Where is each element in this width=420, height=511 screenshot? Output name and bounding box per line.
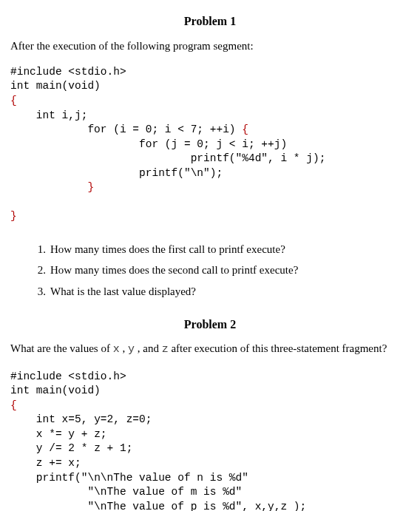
problem2-heading: Problem 2 [10, 317, 410, 333]
code-line: int x=5, y=2, z=0; [10, 413, 410, 427]
code-brace: { [10, 399, 17, 411]
question-number: 2. [31, 263, 46, 277]
document-page: Problem 1 After the execution of the fol… [0, 0, 420, 511]
code-line: printf("\n\nThe value of n is %d" [10, 471, 410, 486]
code-line: z += x; [10, 456, 410, 471]
code-line: printf("%4d", i * j); [10, 152, 410, 166]
code-line: "\nThe value of m is %d" [10, 485, 410, 500]
code-line: { [10, 94, 410, 109]
question-item: 2. How many times does the second call t… [31, 263, 410, 277]
problem1-heading: Problem 1 [10, 13, 410, 30]
text: after execution of this three-statement … [169, 342, 387, 354]
code-line: { [10, 399, 410, 413]
code-line: #include <stdio.h> [10, 370, 410, 385]
code-line: "\nThe value of p is %d", x,y,z ); [10, 500, 410, 511]
code-brace: { [10, 95, 17, 106]
question-text: How many times does the second call to p… [50, 263, 298, 277]
code-line: } [10, 209, 410, 224]
code-line: int i,j; [10, 109, 410, 123]
code-line [10, 195, 410, 210]
code-line: int main(void) [10, 79, 410, 94]
code-line: } [10, 180, 410, 195]
question-text: What is the last value displayed? [50, 284, 196, 299]
question-number: 1. [31, 242, 46, 257]
question-item: 3. What is the last value displayed? [31, 284, 410, 299]
code-line: y /= 2 * z + 1; [10, 441, 410, 456]
code-line: for (i = 0; i < 7; ++i) { [10, 123, 410, 138]
problem2-code: #include <stdio.h>int main(void){ int x=… [10, 370, 410, 511]
variable-y: y [128, 343, 135, 356]
code-line: #include <stdio.h> [10, 65, 410, 80]
code-line: int main(void) [10, 384, 410, 399]
code-line: printf("\n"); [10, 166, 410, 181]
text: , and [135, 342, 162, 354]
code-brace: } [10, 210, 17, 222]
code-line: for (j = 0; j < i; ++j) [10, 138, 410, 152]
code-line: x *= y + z; [10, 427, 410, 442]
problem1-intro: After the execution of the following pro… [10, 38, 410, 53]
variable-x: x [113, 343, 120, 356]
text: What are the values of [10, 342, 113, 354]
question-text: How many times does the first call to pr… [50, 242, 285, 257]
code-brace: { [242, 123, 248, 135]
question-number: 3. [31, 284, 46, 299]
problem1-code: #include <stdio.h>int main(void){ int i,… [10, 65, 410, 224]
question-item: 1. How many times does the first call to… [31, 242, 410, 257]
variable-z: z [162, 343, 169, 356]
problem2-intro: What are the values of x , y , and z aft… [10, 341, 410, 357]
text: , [120, 342, 128, 354]
code-brace: } [87, 181, 94, 193]
problem1-questions: 1. How many times does the first call to… [10, 242, 410, 299]
